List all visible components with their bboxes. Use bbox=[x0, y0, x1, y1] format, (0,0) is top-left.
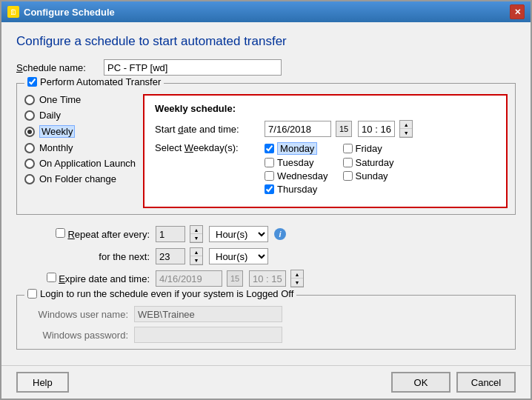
weekday-label: Select Weekday(s): bbox=[155, 142, 259, 153]
expire-label: Expire date and time: bbox=[16, 273, 150, 284]
weekday-friday[interactable]: Friday bbox=[343, 142, 394, 155]
perform-body: One Time Daily Weekly Monthly bbox=[24, 94, 508, 208]
weekday-tuesday[interactable]: Tuesday bbox=[265, 157, 327, 168]
radio-monthly[interactable]: Monthly bbox=[24, 142, 136, 153]
for-next-unit-select[interactable]: Hour(s) Day(s) Week(s) bbox=[209, 248, 268, 264]
weekday-grid: Monday Friday Tuesday bbox=[265, 142, 393, 195]
repeat-unit-select[interactable]: Hour(s) Day(s) Week(s) bbox=[209, 226, 268, 242]
radio-app-launch[interactable]: On Application Launch bbox=[24, 158, 136, 169]
weekday-sunday[interactable]: Sunday bbox=[343, 170, 394, 181]
time-spin-down[interactable]: ▼ bbox=[400, 129, 412, 137]
thursday-label: Thursday bbox=[277, 184, 317, 195]
cancel-button[interactable]: Cancel bbox=[456, 372, 516, 393]
radio-app-launch-circle[interactable] bbox=[24, 159, 35, 169]
weekday-monday[interactable]: Monday bbox=[265, 142, 327, 155]
cb-monday[interactable] bbox=[265, 144, 274, 153]
radio-daily-label: Daily bbox=[39, 110, 61, 121]
radio-folder-change[interactable]: On Folder change bbox=[24, 173, 136, 184]
weekday-thursday[interactable]: Thursday bbox=[265, 184, 327, 195]
info-icon: i bbox=[274, 228, 286, 240]
title-bar: 🗓 Configure Schedule ✕ bbox=[1, 1, 531, 22]
perform-legend: Perform Automated Transfer bbox=[24, 76, 164, 87]
ok-button[interactable]: OK bbox=[391, 372, 450, 393]
weekday-saturday[interactable]: Saturday bbox=[343, 157, 394, 168]
radio-monthly-circle[interactable] bbox=[24, 143, 35, 153]
calendar-button[interactable]: 15 bbox=[336, 121, 352, 137]
repeat-checkbox[interactable] bbox=[56, 228, 65, 238]
perform-checkbox[interactable] bbox=[27, 77, 37, 87]
radio-folder-change-label: On Folder change bbox=[39, 173, 116, 184]
expire-spin-up[interactable]: ▲ bbox=[291, 270, 303, 279]
perform-legend-label: Perform Automated Transfer bbox=[40, 76, 161, 87]
radio-list: One Time Daily Weekly Monthly bbox=[24, 94, 136, 208]
username-row: Windows user name: bbox=[24, 306, 508, 322]
radio-daily-circle[interactable] bbox=[24, 110, 35, 121]
username-label: Windows user name: bbox=[24, 309, 128, 320]
radio-folder-change-circle[interactable] bbox=[24, 174, 35, 184]
schedule-name-input[interactable] bbox=[104, 59, 282, 76]
page-title: Configure a schedule to start automated … bbox=[16, 34, 516, 49]
login-legend: Login to run the schedule even if your s… bbox=[24, 288, 296, 299]
cb-wednesday[interactable] bbox=[265, 171, 274, 181]
radio-one-time[interactable]: One Time bbox=[24, 94, 136, 105]
weekday-wednesday[interactable]: Wednesday bbox=[265, 170, 327, 181]
repeat-section: Repeat after every: ▲ ▼ Hour(s) Day(s) W… bbox=[16, 225, 516, 287]
start-datetime-row: Start date and time: 15 ▲ ▼ bbox=[155, 120, 496, 138]
expire-calendar-button[interactable]: 15 bbox=[227, 270, 243, 287]
login-legend-label: Login to run the schedule even if your s… bbox=[40, 288, 293, 299]
radio-app-launch-label: On Application Launch bbox=[39, 158, 136, 169]
repeat-row: Repeat after every: ▲ ▼ Hour(s) Day(s) W… bbox=[16, 225, 516, 243]
repeat-spinner: ▲ ▼ bbox=[190, 225, 203, 243]
for-next-spin-up[interactable]: ▲ bbox=[190, 248, 202, 256]
repeat-spin-down[interactable]: ▼ bbox=[190, 234, 202, 242]
expire-spin-down[interactable]: ▼ bbox=[291, 279, 303, 287]
friday-label: Friday bbox=[356, 143, 382, 154]
cb-friday[interactable] bbox=[343, 144, 353, 153]
password-input[interactable] bbox=[134, 327, 282, 343]
expire-checkbox[interactable] bbox=[47, 273, 56, 282]
radio-weekly[interactable]: Weekly bbox=[24, 125, 136, 138]
repeat-spin-up[interactable]: ▲ bbox=[190, 226, 202, 234]
start-date-input[interactable] bbox=[265, 121, 331, 137]
close-button[interactable]: ✕ bbox=[510, 4, 525, 19]
weekly-title: Weekly schedule: bbox=[155, 103, 496, 114]
login-checkbox[interactable] bbox=[27, 289, 37, 299]
schedule-name-row: Schedule name: bbox=[16, 59, 516, 76]
repeat-label: Repeat after every: bbox=[16, 228, 150, 240]
saturday-label: Saturday bbox=[356, 157, 394, 168]
expire-spinner: ▲ ▼ bbox=[290, 270, 304, 287]
for-next-spinner: ▲ ▼ bbox=[190, 247, 203, 265]
start-time-input[interactable] bbox=[358, 121, 395, 137]
cb-sunday[interactable] bbox=[343, 171, 353, 181]
radio-one-time-circle[interactable] bbox=[24, 95, 35, 105]
username-input[interactable] bbox=[134, 306, 282, 322]
expire-time-input[interactable] bbox=[249, 270, 286, 287]
expire-date-input[interactable] bbox=[156, 270, 222, 287]
cb-tuesday[interactable] bbox=[265, 158, 274, 167]
for-next-label: for the next: bbox=[16, 251, 150, 262]
time-spin-up[interactable]: ▲ bbox=[400, 121, 412, 129]
radio-daily[interactable]: Daily bbox=[24, 110, 136, 121]
tuesday-label: Tuesday bbox=[277, 157, 313, 168]
sunday-label: Sunday bbox=[356, 170, 388, 181]
monday-label: Monday bbox=[277, 142, 317, 155]
ok-cancel-group: OK Cancel bbox=[391, 372, 516, 393]
radio-weekly-circle[interactable] bbox=[24, 127, 35, 137]
schedule-name-label: Schedule name: bbox=[16, 62, 98, 73]
content-area: Configure a schedule to start automated … bbox=[1, 22, 531, 365]
title-bar-left: 🗓 Configure Schedule bbox=[7, 6, 115, 18]
cb-thursday[interactable] bbox=[265, 184, 274, 194]
wednesday-label: Wednesday bbox=[277, 170, 327, 181]
radio-monthly-label: Monthly bbox=[39, 142, 73, 153]
for-next-spin-down[interactable]: ▼ bbox=[190, 256, 202, 264]
weekday-row: Select Weekday(s): Monday Friday bbox=[155, 142, 496, 195]
for-next-value-input[interactable] bbox=[156, 248, 185, 264]
password-row: Windows password: bbox=[24, 327, 508, 343]
repeat-value-input[interactable] bbox=[156, 226, 185, 242]
radio-weekly-label: Weekly bbox=[39, 125, 75, 138]
expire-row: Expire date and time: 15 ▲ ▼ bbox=[16, 270, 516, 287]
bottom-bar: Help OK Cancel bbox=[1, 365, 531, 399]
perform-group: Perform Automated Transfer One Time Dail… bbox=[16, 83, 516, 215]
help-button[interactable]: Help bbox=[16, 372, 69, 393]
cb-saturday[interactable] bbox=[343, 158, 353, 167]
